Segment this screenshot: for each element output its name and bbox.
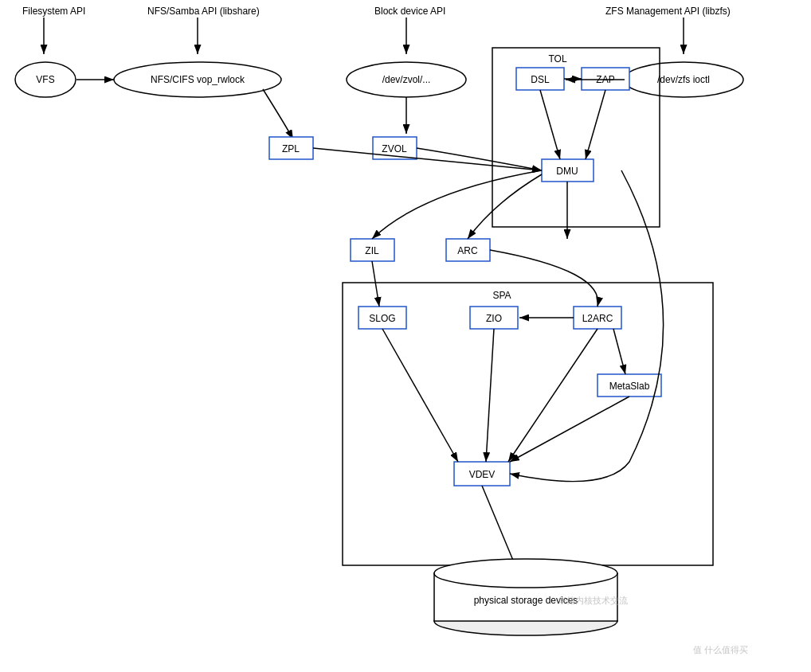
dev-zfs-label: /dev/zfs ioctl <box>657 74 710 85</box>
dsl-label: DSL <box>531 74 550 85</box>
block-device-api-label: Block device API <box>374 6 445 17</box>
nfs-samba-api-label: NFS/Samba API (libshare) <box>147 6 260 17</box>
vdev-label: VDEV <box>469 469 496 480</box>
zvol-to-dmu-arrow <box>417 148 542 170</box>
dmu-to-zil-arrow <box>372 170 542 239</box>
l2arc-to-metaslab-arrow <box>613 329 625 374</box>
metaslab-label: MetaSlab <box>609 381 650 392</box>
tol-label: TOL <box>548 53 566 64</box>
zvol-label: ZVOL <box>382 143 407 154</box>
dsl-to-dmu-arrow <box>540 90 560 159</box>
zil-label: ZIL <box>365 245 379 256</box>
metaslab-to-vdev-arrow <box>510 397 629 462</box>
l2arc-label: L2ARC <box>582 313 613 324</box>
vfs-label: VFS <box>36 74 54 85</box>
nfs-to-zpl-arrow <box>263 89 293 139</box>
slog-to-vdev-arrow <box>382 329 458 462</box>
dev-zvol-label: /dev/zvol/... <box>382 74 431 85</box>
zil-to-slog-arrow <box>372 261 379 307</box>
zpl-to-dmu-arrow <box>313 148 542 170</box>
dmu-label: DMU <box>556 166 578 177</box>
spa-label: SPA <box>492 290 511 301</box>
zio-label: ZIO <box>486 313 502 324</box>
zfs-management-api-label: ZFS Management API (libzfs) <box>605 6 731 17</box>
watermark1: 华储内核技术交流 <box>558 596 628 605</box>
watermark2: 值 什么值得买 <box>693 645 748 654</box>
slog-label: SLOG <box>369 313 395 324</box>
zio-to-vdev-arrow <box>486 329 494 462</box>
zpl-label: ZPL <box>282 143 300 154</box>
arc-label: ARC <box>457 245 478 256</box>
l2arc-to-vdev-arrow <box>508 329 597 462</box>
filesystem-api-label: Filesystem API <box>22 6 85 17</box>
zap-to-dmu-arrow <box>586 90 605 159</box>
nfs-cifs-label: NFS/CIFS vop_rwlock <box>151 74 245 85</box>
physical-storage-top <box>434 559 617 588</box>
